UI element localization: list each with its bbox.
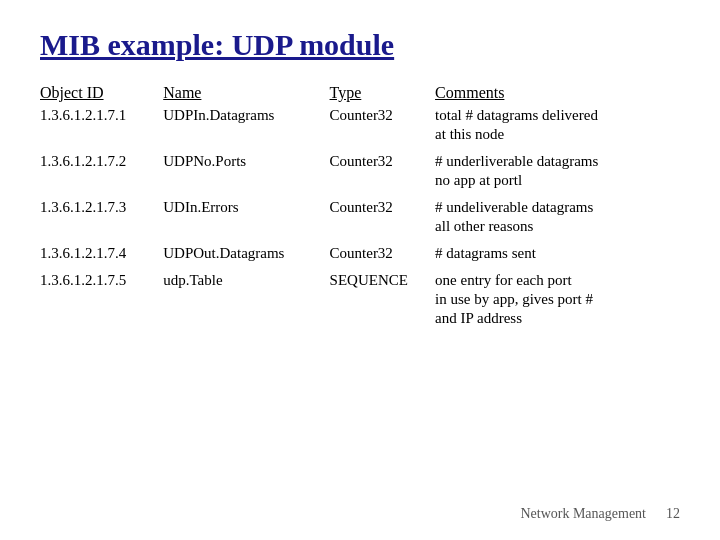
- cell-comment: at this node: [435, 125, 680, 144]
- cell-type: Counter32: [330, 106, 436, 125]
- col-header-type: Type: [330, 84, 436, 106]
- cell-name: [163, 171, 329, 190]
- spacer-row: [40, 263, 680, 271]
- cell-type: SEQUENCE: [330, 271, 436, 290]
- cell-id: 1.3.6.1.2.1.7.1: [40, 106, 163, 125]
- cell-type: [330, 125, 436, 144]
- cell-comment: # underliverable datagrams: [435, 152, 680, 171]
- cell-type: [330, 290, 436, 309]
- cell-name: udp.Table: [163, 271, 329, 290]
- cell-name: UDPNo.Ports: [163, 152, 329, 171]
- cell-type: Counter32: [330, 244, 436, 263]
- cell-name: UDPOut.Datagrams: [163, 244, 329, 263]
- cell-comment: one entry for each port: [435, 271, 680, 290]
- cell-type: [330, 171, 436, 190]
- table-row: 1.3.6.1.2.1.7.4UDPOut.DatagramsCounter32…: [40, 244, 680, 263]
- cell-name: [163, 290, 329, 309]
- cell-id: 1.3.6.1.2.1.7.2: [40, 152, 163, 171]
- table-row: all other reasons: [40, 217, 680, 236]
- cell-id: 1.3.6.1.2.1.7.5: [40, 271, 163, 290]
- cell-name: UDIn.Errors: [163, 198, 329, 217]
- table-row: in use by app, gives port #: [40, 290, 680, 309]
- table-row: and IP address: [40, 309, 680, 328]
- spacer-row: [40, 144, 680, 152]
- cell-id: [40, 171, 163, 190]
- cell-comment: # datagrams sent: [435, 244, 680, 263]
- cell-id: [40, 290, 163, 309]
- cell-name: [163, 125, 329, 144]
- cell-id: [40, 217, 163, 236]
- mib-table: Object ID Name Type Comments 1.3.6.1.2.1…: [40, 84, 680, 328]
- table-row: at this node: [40, 125, 680, 144]
- footer-label: Network Management: [520, 506, 646, 522]
- col-header-comments: Comments: [435, 84, 680, 106]
- table-row: 1.3.6.1.2.1.7.2UDPNo.PortsCounter32# und…: [40, 152, 680, 171]
- col-header-name: Name: [163, 84, 329, 106]
- page-title: MIB example: UDP module: [40, 28, 680, 62]
- cell-id: [40, 125, 163, 144]
- cell-id: 1.3.6.1.2.1.7.4: [40, 244, 163, 263]
- cell-comment: # undeliverable datagrams: [435, 198, 680, 217]
- cell-type: [330, 217, 436, 236]
- cell-type: [330, 309, 436, 328]
- table-header-row: Object ID Name Type Comments: [40, 84, 680, 106]
- table-row: 1.3.6.1.2.1.7.1UDPIn.DatagramsCounter32t…: [40, 106, 680, 125]
- page: MIB example: UDP module Object ID Name T…: [0, 0, 720, 540]
- footer: Network Management 12: [520, 506, 680, 522]
- cell-type: Counter32: [330, 198, 436, 217]
- cell-comment: and IP address: [435, 309, 680, 328]
- spacer-row: [40, 190, 680, 198]
- table-row: 1.3.6.1.2.1.7.5udp.TableSEQUENCEone entr…: [40, 271, 680, 290]
- spacer-row: [40, 236, 680, 244]
- cell-comment: all other reasons: [435, 217, 680, 236]
- cell-name: [163, 309, 329, 328]
- cell-comment: total # datagrams delivered: [435, 106, 680, 125]
- table-row: 1.3.6.1.2.1.7.3UDIn.ErrorsCounter32# und…: [40, 198, 680, 217]
- cell-id: 1.3.6.1.2.1.7.3: [40, 198, 163, 217]
- footer-page: 12: [666, 506, 680, 522]
- cell-comment: no app at portl: [435, 171, 680, 190]
- cell-type: Counter32: [330, 152, 436, 171]
- cell-comment: in use by app, gives port #: [435, 290, 680, 309]
- table-row: no app at portl: [40, 171, 680, 190]
- cell-id: [40, 309, 163, 328]
- cell-name: [163, 217, 329, 236]
- cell-name: UDPIn.Datagrams: [163, 106, 329, 125]
- col-header-id: Object ID: [40, 84, 163, 106]
